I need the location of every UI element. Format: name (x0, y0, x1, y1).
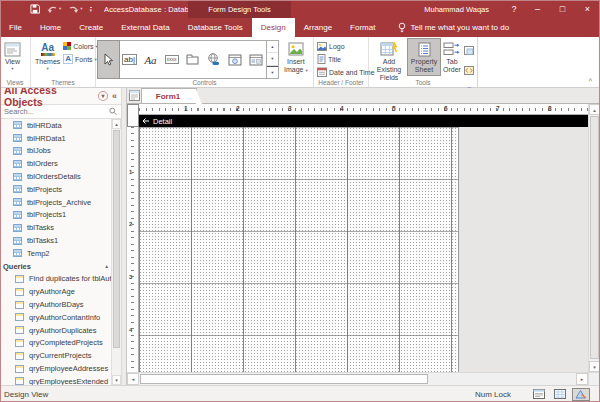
sidebar-item-tbljobs[interactable]: tblJobs (0, 145, 112, 158)
sidebar-item-qryauthorcontantinfo[interactable]: qryAuthorContantInfo (0, 311, 112, 324)
tab-database-tools[interactable]: Database Tools (179, 18, 252, 37)
ruler-mark: 6 (444, 105, 448, 112)
title-button[interactable]: Title (317, 53, 375, 65)
close-button[interactable]: × (575, 0, 600, 18)
sidebar-item-tblordersdetails[interactable]: tblOrdersDetails (0, 170, 112, 183)
tab-file[interactable]: File (0, 18, 31, 37)
shutter-bar-close-icon[interactable]: « (112, 91, 117, 101)
sidebar-item-tblhrdata1[interactable]: tblHRData1 (0, 132, 112, 145)
account-user-name[interactable]: Muhammad Waqas (424, 5, 489, 14)
detail-section-header[interactable]: Detail (139, 115, 588, 127)
tab-order-button[interactable]: Tab Order (440, 39, 464, 75)
navigation-pane: All Access Objects ▾ « tblHRData tblHRDa… (0, 88, 121, 385)
sidebar-item-tbltasks[interactable]: tblTasks (0, 221, 112, 234)
colors-button[interactable]: Colors ▾ (63, 40, 98, 52)
collapse-ribbon-button[interactable]: ^ (589, 77, 592, 84)
datasheet-view-button[interactable] (551, 388, 569, 401)
design-view-button[interactable] (572, 388, 590, 401)
sidebar-item-temp2[interactable]: Temp2 (0, 247, 112, 260)
scrollbar-thumb[interactable] (113, 130, 120, 348)
control-web-browser[interactable] (224, 41, 245, 78)
tab-home[interactable]: Home (31, 18, 70, 37)
tab-format[interactable]: Format (341, 18, 384, 37)
sidebar-item-qrycompletedprojects[interactable]: qryCompletedProjects (0, 337, 112, 350)
vertical-scrollbar[interactable]: ▴ ▾ (588, 104, 600, 372)
vertical-ruler[interactable]: 1 2 3 4 (127, 127, 139, 372)
sidebar-item-tblprojects1[interactable]: tblProjects1 (0, 209, 112, 222)
sidebar-item-qrycurrentprojects[interactable]: qryCurrentProjects (0, 349, 112, 362)
date-and-time-button[interactable]: Date and Time (317, 66, 375, 78)
maximize-button[interactable]: □ (550, 0, 575, 18)
sidebar-item-qryauthorage[interactable]: qryAuthorAge (0, 285, 112, 298)
gallery-scroll-down[interactable]: ▾ (267, 53, 278, 65)
header-footer-group-label: Header / Footer (314, 79, 368, 86)
undo-button[interactable]: ▾ (47, 5, 61, 13)
caret-down-icon: ▾ (59, 7, 61, 11)
tab-arrange[interactable]: Arrange (295, 18, 341, 37)
themes-button[interactable]: Aa Themes ▾ (32, 39, 63, 72)
control-label[interactable]: Aa (140, 41, 161, 78)
sidebar-item-qryauthorduplicates[interactable]: qryAuthorDuplicates (0, 324, 112, 337)
logo-label: Logo (329, 43, 345, 50)
add-existing-fields-button[interactable]: Add Existing Fields (370, 39, 408, 83)
query-icon (15, 365, 24, 373)
datasheet-view-icon (554, 389, 566, 399)
insert-image-button[interactable]: Insert Image ▾ (281, 39, 311, 75)
num-lock-indicator: Num Lock (475, 390, 511, 399)
control-textbox[interactable]: ab| (119, 41, 140, 78)
nav-menu-icon[interactable]: ▾ (98, 91, 108, 101)
horizontal-scrollbar[interactable]: ◂ ▸ (127, 372, 588, 385)
nav-pane-scrollbar[interactable]: ▴ ▾ (111, 119, 121, 385)
customize-qat-button[interactable]: ▾ (90, 7, 93, 12)
sidebar-item-qryemployeesextended[interactable]: qryEmployeesExtended (0, 375, 112, 385)
form-design-grid[interactable] (139, 127, 459, 372)
subform-in-new-window-button[interactable] (464, 41, 474, 59)
control-select[interactable] (98, 41, 119, 78)
sidebar-group-queries[interactable]: Queries ▴ (0, 260, 112, 273)
view-button[interactable]: View ▾ (1, 39, 24, 72)
view-code-button[interactable] (464, 61, 474, 79)
scroll-down-arrow[interactable]: ▾ (112, 375, 121, 385)
control-navigation[interactable] (245, 41, 266, 78)
scroll-up-arrow[interactable]: ▴ (589, 104, 600, 115)
horizontal-ruler[interactable]: 1 2 3 4 5 6 7 8 (139, 104, 588, 115)
tab-design[interactable]: Design (252, 18, 295, 37)
scroll-right-arrow[interactable]: ▸ (576, 373, 588, 385)
search-input[interactable] (4, 107, 109, 116)
sidebar-item-tbltasks1[interactable]: tblTasks1 (0, 234, 112, 247)
minimize-button[interactable]: – (525, 0, 550, 18)
scrollbar-thumb[interactable] (140, 374, 428, 384)
tab-external-data[interactable]: External Data (112, 18, 178, 37)
help-button[interactable]: ? (503, 4, 525, 14)
control-hyperlink[interactable] (203, 41, 224, 78)
property-sheet-icon (417, 40, 432, 58)
logo-button[interactable]: Logo (317, 40, 375, 52)
sidebar-item-tblprojects[interactable]: tblProjects (0, 183, 112, 196)
gallery-scroll-up[interactable]: ▴ (267, 41, 278, 53)
sidebar-item-find-duplicates[interactable]: Find duplicates for tblAuthors (0, 273, 112, 286)
form-view-button[interactable] (530, 388, 548, 401)
tell-me-box[interactable]: Tell me what you want to do (398, 18, 509, 37)
scroll-up-arrow[interactable]: ▴ (112, 119, 121, 129)
redo-button[interactable]: ▾ (68, 5, 82, 13)
property-sheet-button[interactable]: Property Sheet (408, 39, 440, 75)
sidebar-item-tblprojects-archive[interactable]: tblProjects_Archive (0, 196, 112, 209)
control-button[interactable]: xxxx (161, 41, 182, 78)
sidebar-item-tblhrdata[interactable]: tblHRData (0, 119, 112, 132)
tab-create[interactable]: Create (70, 18, 112, 37)
gallery-more-button[interactable]: ▾ (267, 66, 278, 78)
sidebar-item-qryemployeeaddresses[interactable]: qryEmployeeAddresses (0, 362, 112, 375)
fonts-button[interactable]: A Fonts ▾ (63, 53, 98, 65)
navigation-pane-header[interactable]: All Access Objects ▾ « (0, 88, 121, 104)
save-button[interactable] (30, 4, 40, 14)
table-icon (13, 237, 22, 245)
scroll-left-arrow[interactable]: ◂ (127, 373, 139, 385)
control-tab-control[interactable] (182, 41, 203, 78)
scrollbar-thumb[interactable] (590, 116, 599, 359)
group-collapse-icon[interactable]: ▴ (105, 263, 108, 269)
document-tab-form1[interactable]: Form1 (141, 88, 197, 103)
sidebar-item-qryauthorbdays[interactable]: qryAuthorBDays (0, 298, 112, 311)
scroll-down-arrow[interactable]: ▾ (589, 361, 600, 372)
form-selector-box[interactable] (127, 104, 139, 127)
sidebar-item-tblorders[interactable]: tblOrders (0, 157, 112, 170)
